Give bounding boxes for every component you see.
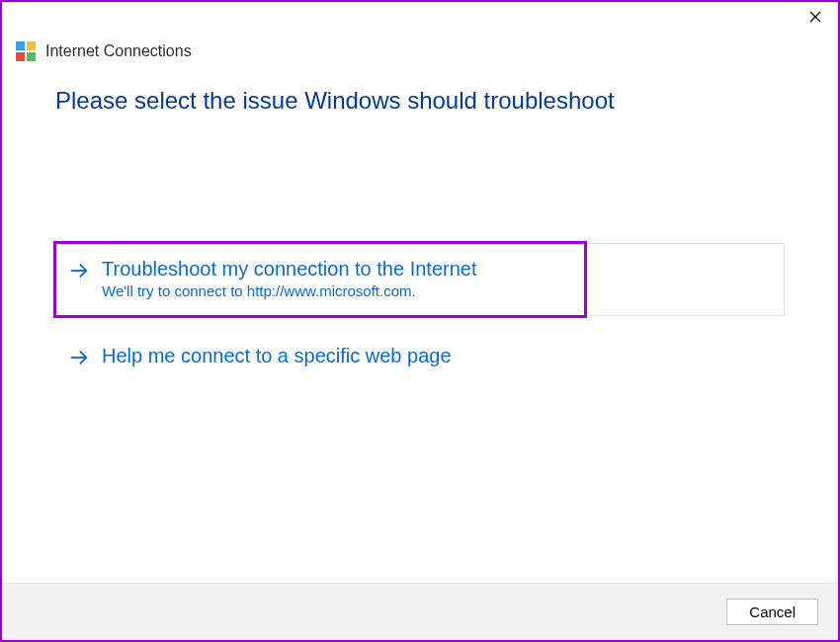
- arrow-right-icon: [68, 260, 90, 281]
- option-text: Troubleshoot my connection to the Intern…: [102, 258, 476, 299]
- cancel-button[interactable]: Cancel: [726, 599, 818, 625]
- spacer: [55, 316, 785, 330]
- content-area: Please select the issue Windows should t…: [2, 71, 838, 583]
- titlebar: [2, 2, 838, 40]
- option-subtitle: We'll try to connect to http://www.micro…: [102, 282, 476, 299]
- header-row: Internet Connections: [2, 40, 838, 71]
- app-title: Internet Connections: [45, 42, 192, 60]
- troubleshooter-icon: [16, 41, 36, 61]
- page-heading: Please select the issue Windows should t…: [55, 87, 785, 115]
- footer: Cancel: [2, 583, 838, 640]
- option-connect-specific-page[interactable]: Help me connect to a specific web page: [55, 330, 785, 385]
- close-button[interactable]: [793, 2, 838, 32]
- arrow-right-icon: [68, 347, 90, 368]
- wizard-window: Internet Connections Please select the i…: [0, 0, 840, 642]
- option-troubleshoot-internet[interactable]: Troubleshoot my connection to the Intern…: [55, 243, 785, 316]
- option-title: Troubleshoot my connection to the Intern…: [102, 258, 476, 281]
- option-container: Troubleshoot my connection to the Intern…: [55, 243, 785, 316]
- option-text: Help me connect to a specific web page: [102, 345, 452, 367]
- option-title: Help me connect to a specific web page: [102, 345, 452, 367]
- close-icon: [809, 11, 821, 23]
